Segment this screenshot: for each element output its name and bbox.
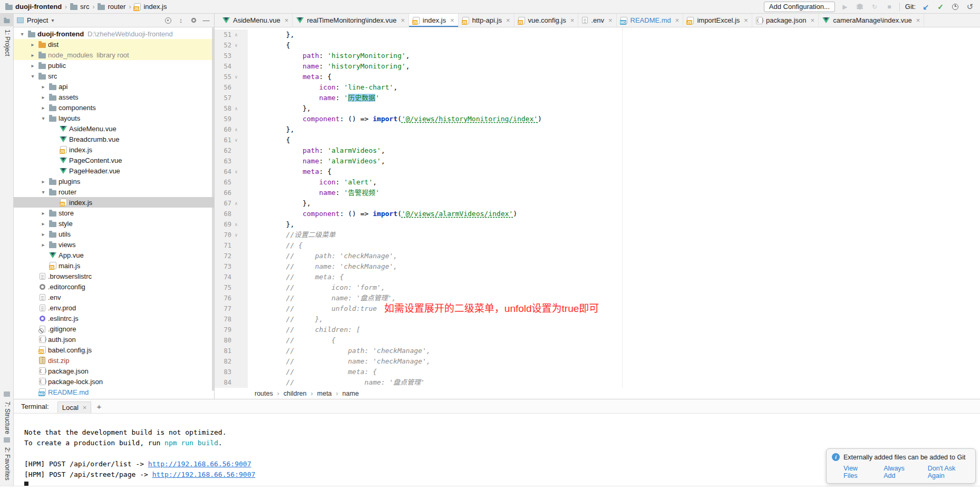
tree-item-app-vue[interactable]: App.vue [14,250,214,260]
tree-item-api[interactable]: ▸api [14,81,214,92]
tab-http-api-js[interactable]: http-api.js× [459,14,515,27]
close-icon[interactable]: × [505,16,510,24]
tree-expand-arrow-icon[interactable]: ▸ [38,242,48,248]
close-icon[interactable]: × [743,16,748,24]
tree-item-style[interactable]: ▸style [14,218,214,229]
tree-item-main-js[interactable]: main.js [14,260,214,271]
notification-action-don-t-ask-again[interactable]: Don't Ask Again [928,465,970,479]
code-line-61[interactable]: 61∨ { [215,135,980,145]
code-line-77[interactable]: 77 // unfold:true如需设置展开的二级菜单，unfold设置为tr… [215,303,980,314]
code-line-54[interactable]: 54 name: 'historyMonitoring', [215,61,980,72]
tab-asidemenu-vue[interactable]: AsideMenu.vue× [219,14,293,27]
structure-tool-button[interactable]: 7: Structure [0,389,14,434]
tab-realtimemonitoring-index-vue[interactable]: realTimeMonitoring\index.vue× [293,14,409,27]
code-line-82[interactable]: 82 // name: 'checkManage', [215,356,980,367]
breadcrumb-item-index-js[interactable]: index.js [134,3,167,11]
code-line-56[interactable]: 56 icon: 'line-chart', [215,82,980,93]
close-icon[interactable]: × [284,16,289,24]
tree-expand-arrow-icon[interactable]: ▸ [38,105,48,111]
tree-expand-arrow-icon[interactable]: ▸ [38,210,48,216]
git-rollback-icon[interactable]: ↺ [965,2,975,12]
code-line-57[interactable]: 57 name: '历史数据' [215,93,980,103]
tree-item-babel-config-js[interactable]: babel.config.js [14,345,214,355]
fold-marker-icon[interactable]: ∨ [231,230,241,240]
code-line-66[interactable]: 66 name: '告警视频' [215,188,980,198]
tab-vue-config-js[interactable]: vue.config.js× [515,14,579,27]
tree-item-src[interactable]: ▾src [14,71,214,81]
terminal-url-link[interactable]: http://192.168.66.56:9007 [152,471,256,478]
new-terminal-plus-icon[interactable]: + [92,402,105,411]
tab-index-js[interactable]: index.js× [409,14,459,27]
project-tool-button[interactable] [0,14,14,26]
tab-package-json[interactable]: package.json× [752,14,819,27]
fold-marker-icon[interactable]: ∧ [231,198,241,209]
git-commit-icon[interactable]: ✓ [936,2,945,12]
tree-item-dist-zip[interactable]: dist.zip [14,355,214,366]
tree-item-layouts[interactable]: ▾layouts [14,113,214,123]
tree-expand-arrow-icon[interactable]: ▸ [28,63,37,68]
code-line-53[interactable]: 53 path: 'historyMonitoring', [215,51,980,61]
tree-item-plugins[interactable]: ▸plugins [14,176,214,187]
tree-item-store[interactable]: ▸store [14,208,214,218]
tree-expand-arrow-icon[interactable]: ▸ [28,52,37,58]
chevron-down-icon[interactable]: ▾ [51,17,54,23]
tree-item-index-js[interactable]: index.js [14,197,214,208]
tab-cameramanage-index-vue[interactable]: cameraManage\index.vue× [819,14,924,27]
code-line-62[interactable]: 62 path: 'alarmVideos', [215,145,980,156]
close-icon[interactable]: × [400,16,405,24]
code-line-60[interactable]: 60∧ }, [215,124,980,135]
editor-breadcrumb-name[interactable]: name [342,390,358,397]
tree-collapse-arrow-icon[interactable]: ▾ [17,31,27,37]
tab-importexcel-js[interactable]: importExcel.js× [683,14,752,27]
tree-item--editorconfig[interactable]: .editorconfig [14,281,214,292]
code-line-80[interactable]: 80 // { [215,335,980,346]
code-line-81[interactable]: 81 // path: 'checkManage', [215,346,980,356]
git-history-icon[interactable] [950,2,960,12]
tree-item-utils[interactable]: ▸utils [14,229,214,239]
tree-collapse-arrow-icon[interactable]: ▾ [38,115,48,121]
tree-expand-arrow-icon[interactable]: ▸ [38,179,48,184]
breadcrumb-item-duoji-frontend[interactable]: duoji-frontend [5,3,62,11]
code-line-73[interactable]: 73 // name: 'checkManage', [215,261,980,272]
locate-file-icon[interactable] [163,16,173,25]
tree-item-asidemenu-vue[interactable]: AsideMenu.vue [14,123,214,134]
code-line-78[interactable]: 78 // }, [215,314,980,325]
tree-item-readme-md[interactable]: README.md [14,387,214,397]
notification-action-always-add[interactable]: Always Add [884,465,915,479]
tree-item--browserslistrc[interactable]: .browserslistrc [14,271,214,281]
code-editor[interactable]: 51∧ },52∨ {53 path: 'historyMonitoring',… [215,27,980,388]
tree-item-auth-json[interactable]: auth.json [14,334,214,345]
close-icon[interactable]: × [82,404,87,411]
tree-item-package-json[interactable]: package.json [14,366,214,376]
fold-marker-icon[interactable]: ∨ [231,135,241,145]
editor-breadcrumb-children[interactable]: children [284,390,307,397]
code-line-76[interactable]: 76 // name: '盘点管理', [215,293,980,303]
tree-item-node-modules[interactable]: ▸node_moduleslibrary root [14,50,214,60]
code-line-59[interactable]: 59 component: () => import('@/views/hist… [215,114,980,124]
tree-item-dist[interactable]: ▸dist [14,39,214,50]
code-line-70[interactable]: 70∨ //设置二级菜单 [215,230,980,240]
tree-expand-arrow-icon[interactable]: ▸ [28,42,37,47]
close-icon[interactable]: × [569,16,575,24]
code-line-74[interactable]: 74 // meta: { [215,272,980,282]
tree-expand-arrow-icon[interactable]: ▸ [38,221,48,227]
add-configuration-button[interactable]: Add Configuration... [764,2,835,12]
terminal-url-link[interactable]: http://192.168.66.56:9007 [148,460,251,468]
tree-item-package-lock-json[interactable]: package-lock.json [14,376,214,387]
code-line-75[interactable]: 75 // icon: 'form', [215,282,980,293]
tree-collapse-arrow-icon[interactable]: ▾ [38,189,48,195]
close-icon[interactable]: × [449,16,454,24]
fold-marker-icon[interactable]: ∧ [231,30,241,40]
code-line-69[interactable]: 69∧ }, [215,219,980,230]
terminal-tab-local[interactable]: Local × [57,401,92,413]
tab--env[interactable]: .env× [578,14,616,27]
code-line-79[interactable]: 79 // children: [ [215,325,980,335]
tree-item--env-prod[interactable]: .env.prod [14,302,214,313]
tree-collapse-arrow-icon[interactable]: ▾ [28,73,37,79]
tree-item-pageheader-vue[interactable]: PageHeader.vue [14,165,214,176]
tree-expand-arrow-icon[interactable]: ▸ [38,84,48,90]
favorites-tool-button[interactable]: 2: Favorites [0,435,14,481]
hide-panel-icon[interactable]: — [201,16,211,25]
git-update-icon[interactable]: ↙ [921,2,930,12]
tree-item-views[interactable]: ▸views [14,239,214,250]
